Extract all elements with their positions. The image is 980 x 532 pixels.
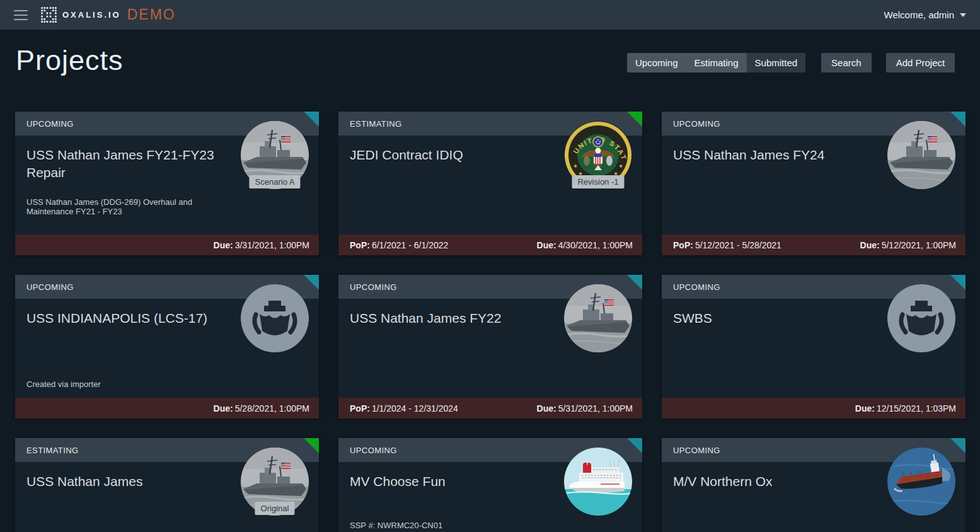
- status-label: UPCOMING: [673, 282, 720, 292]
- status-label: ESTIMATING: [26, 446, 78, 455]
- project-card-swbs[interactable]: UPCOMING SWBS Due:12/15/2021, 1:03PM: [662, 275, 966, 419]
- card-footer: Due:12/15/2021, 1:03PM: [662, 398, 966, 419]
- due-date: Due:5/28/2021, 1:00PM: [214, 403, 309, 413]
- project-card-uss-nathan-james-fy24[interactable]: UPCOMING USS Nathan James FY24 PoP:5/12/…: [662, 112, 966, 255]
- project-description: USS Nathan James (DDG-269) Overhaul and …: [26, 197, 224, 216]
- oxalis-logo-mark: [40, 6, 57, 23]
- hamburger-menu-icon[interactable]: [14, 10, 28, 20]
- filter-tab-upcoming[interactable]: Upcoming: [627, 53, 686, 72]
- chevron-down-icon: [960, 13, 966, 17]
- search-button[interactable]: Search: [821, 53, 872, 72]
- project-card-grid: UPCOMING Scenario A USS Nathan James FY2…: [15, 112, 966, 532]
- brand-logo[interactable]: OXALIS.IO DEMO: [40, 6, 176, 23]
- corner-ribbon: [627, 275, 642, 290]
- status-label: UPCOMING: [26, 119, 74, 129]
- destroyer-photo: [887, 121, 955, 189]
- project-card-mv-northern-ox[interactable]: UPCOMING M/V Northern Ox: [662, 438, 966, 532]
- status-label: UPCOMING: [673, 119, 720, 129]
- status-label: UPCOMING: [26, 282, 74, 292]
- card-footer: PoP:1/1/2024 - 12/31/2024 Due:5/31/2021,…: [338, 398, 642, 419]
- project-title: USS INDIANAPOLIS (LCS-17): [15, 299, 236, 327]
- project-card-uss-nathan-james[interactable]: ESTIMATING Original USS Nathan James: [15, 438, 319, 532]
- pop-dates: [26, 240, 28, 250]
- due-date: Due:5/12/2021, 1:00PM: [860, 240, 956, 250]
- project-title: USS Nathan James: [15, 462, 236, 490]
- due-date: Due:3/31/2021, 1:00PM: [214, 240, 309, 250]
- tanker-photo: [887, 448, 955, 516]
- ship-placeholder-icon: [887, 284, 955, 352]
- corner-ribbon: [627, 438, 642, 453]
- page-title: Projects: [16, 44, 124, 77]
- status-filter-group: Upcoming Estimating Submitted: [627, 53, 805, 72]
- status-label: UPCOMING: [350, 282, 397, 292]
- ship-placeholder-icon: [241, 284, 309, 352]
- pop-dates: [673, 403, 675, 413]
- revision-badge: Original: [255, 502, 295, 515]
- project-title: USS Nathan James FY24: [662, 136, 882, 164]
- project-title: M/V Northern Ox: [662, 462, 882, 490]
- card-footer: Due:5/28/2021, 1:00PM: [15, 398, 319, 419]
- project-card-uss-nathan-james-fy22[interactable]: UPCOMING USS Nathan James FY22 PoP:1/1/2…: [338, 275, 642, 419]
- pop-dates: [26, 403, 28, 413]
- card-footer: PoP:6/1/2021 - 6/1/2022 Due:4/30/2021, 1…: [338, 234, 642, 255]
- project-title: JEDI Contract IDIQ: [338, 136, 559, 164]
- add-project-button[interactable]: Add Project: [886, 53, 955, 72]
- project-description: SSP #: NWRMC20-CN01: [350, 521, 548, 530]
- filter-tab-submitted[interactable]: Submitted: [747, 53, 806, 72]
- cruise-ship-photo: [564, 448, 632, 516]
- card-footer: Due:3/31/2021, 1:00PM: [15, 234, 319, 255]
- destroyer-photo: [564, 284, 632, 352]
- top-navbar: OXALIS.IO DEMO Welcome, admin: [0, 0, 980, 30]
- user-menu-label: Welcome, admin: [884, 9, 954, 20]
- corner-ribbon: [304, 112, 319, 127]
- project-card-mv-choose-fun[interactable]: UPCOMING MV Choose Fun SSP #: NWRMC20-CN…: [338, 438, 642, 532]
- corner-ribbon: [950, 438, 966, 453]
- brand-name: OXALIS.IO: [62, 10, 121, 20]
- pop-dates: PoP:1/1/2024 - 12/31/2024: [350, 403, 458, 413]
- project-title: USS Nathan James FY21-FY23 Repair: [15, 136, 236, 182]
- project-card-jedi-contract-idiq[interactable]: ESTIMATING Revision -1 JEDI Contract IDI…: [338, 112, 642, 255]
- brand-demo-label: DEMO: [127, 6, 176, 23]
- due-date: Due:4/30/2021, 1:00PM: [537, 240, 633, 250]
- scenario-badge: Scenario A: [250, 175, 301, 188]
- card-footer: PoP:5/12/2021 - 5/28/2021 Due:5/12/2021,…: [662, 234, 966, 255]
- revision-badge: Revision -1: [572, 175, 624, 188]
- pop-dates: PoP:6/1/2021 - 6/1/2022: [350, 240, 448, 250]
- due-date: Due:12/15/2021, 1:03PM: [855, 403, 956, 413]
- pop-dates: PoP:5/12/2021 - 5/28/2021: [673, 240, 781, 250]
- projects-toolbar: Upcoming Estimating Submitted Search Add…: [627, 53, 955, 72]
- due-date: Due:5/31/2021, 1:00PM: [537, 403, 633, 413]
- corner-ribbon: [627, 112, 642, 127]
- project-description: Created via importer: [26, 379, 224, 389]
- project-title: MV Choose Fun: [338, 462, 559, 490]
- corner-ribbon: [304, 275, 319, 290]
- corner-ribbon: [950, 112, 966, 127]
- corner-ribbon: [304, 438, 319, 453]
- user-menu[interactable]: Welcome, admin: [884, 0, 966, 30]
- status-label: UPCOMING: [673, 446, 720, 455]
- project-card-uss-indianapolis-lcs-17[interactable]: UPCOMING USS INDIANAPOLIS (LCS-17) Creat…: [15, 275, 319, 419]
- project-card-uss-nathan-james-fy21-fy23-repair[interactable]: UPCOMING Scenario A USS Nathan James FY2…: [15, 112, 319, 255]
- project-title: SWBS: [662, 299, 882, 327]
- corner-ribbon: [950, 275, 966, 290]
- project-title: USS Nathan James FY22: [338, 299, 559, 327]
- filter-tab-estimating[interactable]: Estimating: [686, 53, 747, 72]
- status-label: UPCOMING: [350, 446, 397, 455]
- status-label: ESTIMATING: [350, 119, 401, 129]
